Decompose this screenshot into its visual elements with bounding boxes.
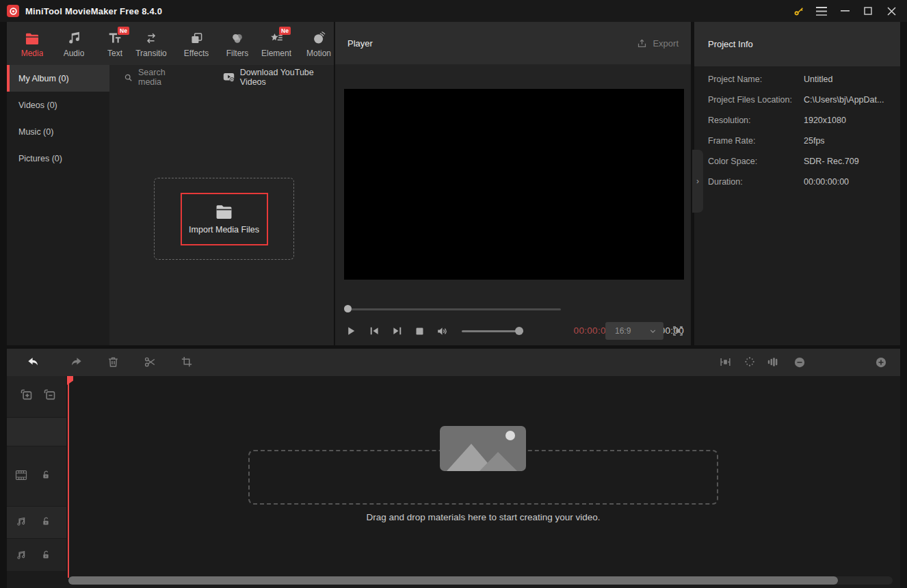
import-drop-zone[interactable]: Import Media Files xyxy=(154,178,294,260)
app-logo-icon xyxy=(7,5,19,17)
seek-handle[interactable] xyxy=(344,305,352,312)
info-value: 25fps xyxy=(804,136,825,146)
sidebar-item-music[interactable]: Music (0) xyxy=(7,118,109,145)
export-label: Export xyxy=(653,38,679,49)
search-icon[interactable] xyxy=(124,73,133,82)
previous-frame-button[interactable] xyxy=(368,325,380,337)
crop-button[interactable] xyxy=(181,356,193,368)
info-label: Frame Rate: xyxy=(708,136,755,146)
delete-button[interactable] xyxy=(107,356,120,369)
zoom-out-button[interactable] xyxy=(793,356,806,369)
split-scissors-button[interactable] xyxy=(144,356,157,369)
timeline-toolbar xyxy=(7,349,900,376)
playhead-line[interactable] xyxy=(68,376,69,578)
library-content: Search media Download YouTube Videos Imp… xyxy=(109,65,334,345)
fit-timeline-button[interactable] xyxy=(719,356,732,369)
minimize-button[interactable] xyxy=(833,0,856,22)
tab-label: Filters xyxy=(226,49,249,58)
track-header-column xyxy=(7,376,66,571)
aspect-ratio-value: 16:9 xyxy=(615,326,631,336)
search-media-label[interactable]: Search media xyxy=(138,68,187,87)
unlock-icon[interactable] xyxy=(40,469,51,481)
maximize-button[interactable] xyxy=(856,0,880,22)
filters-icon xyxy=(230,29,245,45)
info-value: Untitled xyxy=(804,75,832,84)
info-value: SDR- Rec.709 xyxy=(804,157,859,166)
project-info-header: Project Info xyxy=(694,22,900,66)
player-header: Player Export xyxy=(335,22,691,64)
tab-effects[interactable]: Effects xyxy=(176,22,217,65)
youtube-download-icon[interactable] xyxy=(223,72,235,82)
zoom-in-button[interactable] xyxy=(875,356,887,369)
sidebar-item-videos[interactable]: Videos (0) xyxy=(7,92,109,118)
video-preview[interactable] xyxy=(344,89,684,280)
audio-note-icon xyxy=(16,550,27,561)
audio-track-header-1 xyxy=(7,507,66,538)
tab-label: Media xyxy=(21,49,44,58)
track-spacer-row xyxy=(7,418,66,446)
undo-button[interactable] xyxy=(26,356,40,369)
info-value: C:\Users\bj\AppDat... xyxy=(804,95,884,105)
timeline-hscrollbar-thumb[interactable] xyxy=(68,576,838,585)
timeline-hscrollbar-track[interactable] xyxy=(68,576,893,585)
video-track-header xyxy=(7,446,66,506)
tab-filters[interactable]: Filters xyxy=(217,22,258,65)
volume-handle[interactable] xyxy=(515,327,523,335)
tab-audio[interactable]: Audio xyxy=(53,22,94,65)
play-button[interactable] xyxy=(345,325,357,337)
import-media-button[interactable]: Import Media Files xyxy=(181,193,268,245)
info-label: Project Files Location: xyxy=(708,95,792,105)
remove-track-icon[interactable] xyxy=(42,388,57,402)
tab-text[interactable]: Ne Text xyxy=(94,22,135,65)
unlock-icon[interactable] xyxy=(40,516,51,527)
playhead-handle[interactable] xyxy=(67,376,73,385)
library-sidebar: My Album (0) Videos (0) Music (0) Pictur… xyxy=(7,65,109,345)
download-youtube-label[interactable]: Download YouTube Videos xyxy=(240,68,334,87)
tab-label: Audio xyxy=(64,49,85,58)
folder-icon xyxy=(25,29,40,45)
stop-button[interactable] xyxy=(415,326,425,336)
media-library-panel: Media Audio Ne Text Transitio Effects xyxy=(7,22,334,345)
timeline-area: Drag and drop materials here to start cr… xyxy=(7,376,900,588)
export-button[interactable]: Export xyxy=(636,38,679,49)
add-track-icon[interactable] xyxy=(19,388,34,402)
sidebar-item-label: Pictures (0) xyxy=(18,154,62,163)
app-window: MiniTool MovieMaker Free 8.4.0 Media xyxy=(0,0,907,588)
aspect-ratio-dropdown[interactable]: 16:9 xyxy=(605,322,663,340)
menu-icon[interactable] xyxy=(810,0,833,22)
waveform-button[interactable] xyxy=(766,356,779,369)
transition-arrows-icon xyxy=(144,29,159,45)
info-row-frame-rate: Frame Rate:25fps xyxy=(694,131,900,151)
elements-star-icon: Ne xyxy=(269,29,284,45)
new-badge: Ne xyxy=(118,27,129,35)
audio-track-header-2 xyxy=(7,539,66,571)
close-button[interactable] xyxy=(880,0,903,22)
sidebar-item-label: Videos (0) xyxy=(18,101,57,110)
unlock-icon[interactable] xyxy=(40,549,51,561)
snap-button[interactable] xyxy=(744,356,756,368)
fullscreen-icon[interactable] xyxy=(672,325,684,337)
new-badge: Ne xyxy=(279,27,291,35)
redo-button[interactable] xyxy=(70,356,83,369)
tab-elements[interactable]: Ne Element xyxy=(256,22,297,65)
info-label: Resolution: xyxy=(708,116,751,125)
tab-label: Effects xyxy=(184,49,209,58)
volume-slider[interactable] xyxy=(462,330,523,332)
track-manage-row xyxy=(7,376,66,417)
import-media-label: Import Media Files xyxy=(189,225,259,235)
tab-media[interactable]: Media xyxy=(12,22,53,65)
project-info-panel: Project Info Project Name:Untitled Proje… xyxy=(694,22,900,345)
media-tab-bar: Media Audio Ne Text Transitio Effects xyxy=(7,22,334,65)
project-info-title: Project Info xyxy=(708,39,753,49)
motion-icon xyxy=(312,29,326,45)
info-label: Duration: xyxy=(708,177,743,187)
tab-motion[interactable]: Motion xyxy=(298,22,339,65)
next-frame-button[interactable] xyxy=(391,325,404,337)
sidebar-item-pictures[interactable]: Pictures (0) xyxy=(7,145,109,172)
sidebar-item-my-album[interactable]: My Album (0) xyxy=(7,65,109,92)
volume-icon[interactable] xyxy=(436,325,449,338)
tab-transition[interactable]: Transitio xyxy=(131,22,172,65)
license-key-icon[interactable] xyxy=(787,0,810,22)
panel-collapse-handle[interactable]: › xyxy=(692,150,703,213)
seek-bar[interactable] xyxy=(345,308,561,310)
